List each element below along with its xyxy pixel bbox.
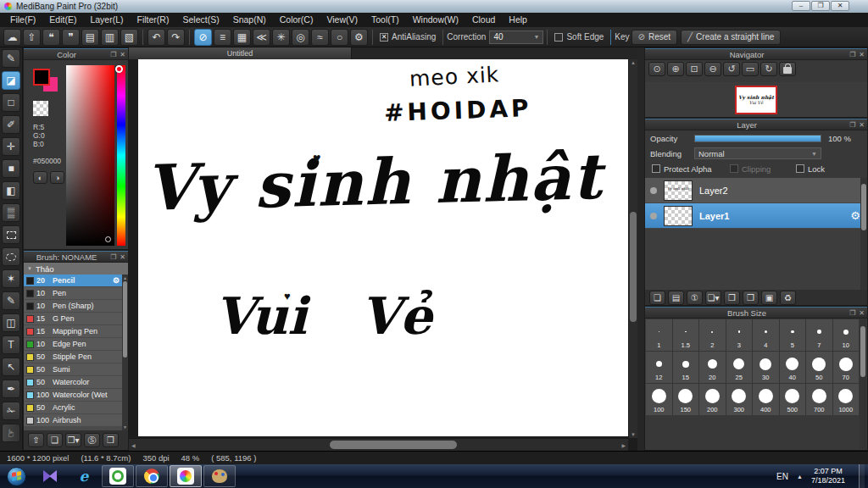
scroll-left-icon[interactable]: ◀	[129, 442, 138, 448]
popout-icon[interactable]: ❐	[849, 121, 855, 129]
brush-item-watercolor[interactable]: 50Watercolor	[24, 376, 122, 389]
popout-icon[interactable]: ❐	[110, 253, 116, 261]
opacity-slider[interactable]	[694, 135, 821, 142]
script-brush-icon[interactable]: Ⓢ	[84, 433, 100, 447]
brush-folder-icon[interactable]: ❒	[103, 433, 119, 447]
scroll-down-icon[interactable]: ▼	[629, 432, 637, 437]
brush-size-400[interactable]: 400	[753, 384, 779, 415]
brush-item-g-pen[interactable]: 15G Pen	[24, 313, 122, 325]
select-tool[interactable]	[2, 225, 20, 244]
zoom-in-icon[interactable]: ⊕	[667, 62, 684, 76]
blending-dropdown[interactable]: Normal ▼	[694, 147, 821, 159]
foreground-color-swatch[interactable]	[33, 69, 50, 86]
close-icon[interactable]: ✕	[120, 51, 125, 58]
scroll-right-icon[interactable]: ▶	[619, 442, 628, 448]
brush-size-100[interactable]: 100	[646, 384, 672, 415]
publish-icon[interactable]: ⇧	[23, 29, 41, 46]
close-icon[interactable]: ✕	[859, 121, 865, 129]
brush-size-scrollbar[interactable]	[860, 319, 866, 449]
create-straight-line-button[interactable]: ╱ Create a straight line	[681, 30, 781, 45]
menu-snap-n[interactable]: Snap(N)	[226, 13, 273, 27]
menu-window-w[interactable]: Window(W)	[406, 13, 465, 27]
menu-help[interactable]: Help	[502, 13, 534, 27]
palette-icon[interactable]: ◐	[33, 171, 47, 184]
delete-layer-icon[interactable]: ♻	[780, 291, 796, 305]
divide-tool[interactable]: ✁	[2, 402, 20, 420]
scrollbar-thumb[interactable]	[861, 184, 866, 230]
taskbar-app-internet-explorer[interactable]: e	[68, 465, 100, 487]
brush-item-stipple-pen[interactable]: 50Stipple Pen	[24, 351, 122, 363]
clipping-checkbox[interactable]: Clipping	[730, 164, 796, 174]
canvas-page[interactable]: meo xik #HOIDAP Vy sinh nhật Vui Vẻ ♥ ♥	[138, 59, 628, 436]
window-layout-icon[interactable]: ▧	[120, 29, 138, 46]
merge-layer-icon[interactable]: ▣	[761, 291, 777, 305]
layer-list-scrollbar[interactable]	[860, 178, 867, 290]
language-indicator[interactable]: EN	[776, 472, 788, 481]
menu-color-c[interactable]: Color(C)	[273, 13, 320, 27]
canvas-horizontal-scrollbar[interactable]: ◀ ▶	[129, 438, 628, 451]
palette-edit-icon[interactable]: ◑	[50, 171, 64, 184]
brush-item-pen-sharp[interactable]: 10Pen (Sharp)	[24, 300, 122, 313]
taskbar-app-chrome[interactable]	[136, 465, 168, 487]
popout-icon[interactable]: ❐	[110, 51, 116, 58]
duplicate-layer-icon[interactable]: ❐	[743, 291, 759, 305]
saturation-marker[interactable]	[105, 236, 111, 242]
snap-settings-icon[interactable]: ⚙	[350, 29, 368, 46]
show-desktop-button[interactable]	[859, 464, 865, 488]
brush-size-10[interactable]: 10	[833, 319, 860, 351]
memo-icon[interactable]: ❞	[62, 29, 80, 46]
snap-parallel-icon[interactable]: ≡	[214, 29, 231, 46]
clock[interactable]: 2:07 PM 7/18/2021	[811, 467, 845, 485]
close-icon[interactable]: ✕	[859, 51, 865, 58]
correction-dropdown[interactable]: 40 ▼	[489, 30, 543, 44]
brush-size-1.5[interactable]: 1.5	[673, 319, 699, 351]
comment-icon[interactable]: ❝	[42, 29, 60, 46]
menu-tool-t[interactable]: Tool(T)	[364, 13, 406, 27]
fill-tool[interactable]: ■	[2, 159, 20, 178]
gear-icon[interactable]: ⚙	[113, 276, 120, 285]
close-icon[interactable]: ✕	[859, 309, 865, 317]
snap-ellipse-icon[interactable]: ○	[331, 29, 348, 46]
document-tab[interactable]: Untitled	[129, 47, 352, 59]
add-1bit-layer-icon[interactable]: ①	[687, 291, 703, 305]
taskbar-app-paint[interactable]	[203, 465, 236, 487]
brush-size-1000[interactable]: 1000	[833, 384, 860, 415]
text-tool[interactable]: T	[2, 336, 20, 354]
bucket-tool[interactable]: ◧	[2, 181, 20, 200]
brush-size-500[interactable]: 500	[780, 384, 806, 415]
gradient-tool[interactable]: ▒	[2, 203, 20, 222]
close-icon[interactable]: ✕	[120, 253, 125, 261]
scroll-down-icon[interactable]: ▼	[122, 424, 128, 430]
scrollbar-thumb[interactable]	[630, 212, 637, 322]
brush-size-700[interactable]: 700	[806, 384, 832, 415]
scrollbar-thumb[interactable]	[330, 441, 457, 449]
taskbar-app-coccoc[interactable]	[102, 465, 134, 487]
eyedropper-tool[interactable]: ✒	[2, 380, 20, 398]
layer-visibility-toggle[interactable]	[650, 187, 657, 194]
hand-tool[interactable]: ☞	[2, 424, 20, 442]
brush-size-12[interactable]: 12	[646, 352, 672, 383]
menu-filter-r[interactable]: Filter(R)	[131, 13, 176, 27]
magic-wand-tool[interactable]: ✶	[2, 269, 20, 288]
hidden-icons-arrow[interactable]: ▲	[797, 474, 803, 480]
navigator-thumbnail[interactable]: Vy sinh nhật Vui Vẻ	[735, 86, 777, 114]
antialiasing-checkbox[interactable]: ✕ AntiAliasing	[380, 32, 436, 42]
brush-size-40[interactable]: 40	[780, 352, 806, 383]
menu-cloud[interactable]: Cloud	[465, 13, 502, 27]
brush-size-25[interactable]: 25	[726, 352, 753, 383]
lock-checkbox[interactable]: Lock	[796, 164, 825, 174]
saturation-picker[interactable]	[66, 65, 114, 246]
protect-alpha-checkbox[interactable]: Protect Alpha	[652, 164, 730, 174]
taskbar-app-medibang[interactable]	[170, 465, 202, 487]
redo-icon[interactable]: ↷	[167, 29, 185, 46]
rotate-right-icon[interactable]: ↻	[760, 62, 777, 76]
add-brush-icon[interactable]: ❏	[47, 433, 63, 447]
brush-size-200[interactable]: 200	[699, 384, 726, 415]
restore-button[interactable]: ❐	[811, 1, 830, 11]
lasso-tool[interactable]	[2, 247, 20, 266]
brush-size-2[interactable]: 2	[699, 319, 726, 351]
material-panel-icon[interactable]: ▥	[101, 29, 119, 46]
brush-tool[interactable]: ✎	[2, 49, 20, 68]
brush-size-20[interactable]: 20	[699, 352, 726, 383]
brush-size-50[interactable]: 50	[806, 352, 832, 383]
